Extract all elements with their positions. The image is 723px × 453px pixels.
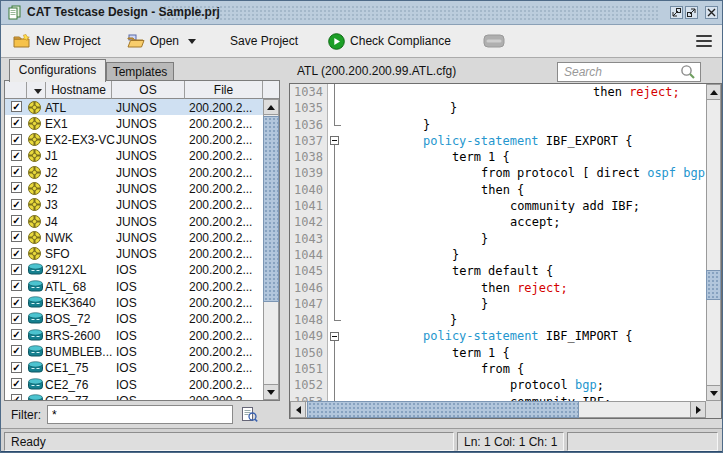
code-line[interactable]: policy-statement IBF_EXPORT {: [342, 133, 706, 149]
chevron-down-icon[interactable]: [34, 89, 42, 94]
code-line[interactable]: community add IBF;: [342, 198, 706, 214]
row-checkbox[interactable]: ✓: [11, 215, 22, 226]
row-checkbox[interactable]: ✓: [11, 362, 22, 373]
editor-vscroll[interactable]: [706, 84, 721, 401]
code-line[interactable]: term 1 {: [342, 149, 706, 165]
search-input[interactable]: [557, 62, 701, 82]
line-number: 1035: [290, 100, 327, 116]
editor-scroll-down-button[interactable]: [706, 385, 721, 401]
fold-collapse-icon[interactable]: [328, 328, 342, 344]
table-row[interactable]: ✓SFOJUNOS200.200.2...: [5, 246, 263, 262]
code-line[interactable]: accept;: [342, 214, 706, 230]
row-checkbox[interactable]: ✓: [11, 101, 22, 112]
save-project-button[interactable]: Save Project: [226, 31, 302, 51]
code-line[interactable]: from protocol [ direct ospf bgp: [342, 165, 706, 181]
table-row[interactable]: ✓BUMBLEB...IOS200.200.2...: [5, 343, 263, 359]
editor-hscroll-thumb[interactable]: [307, 401, 579, 418]
new-project-button[interactable]: New Project: [9, 31, 105, 52]
row-checkbox[interactable]: ✓: [11, 248, 22, 259]
line-number: 1042: [290, 214, 327, 230]
editor-scroll-left-button[interactable]: [290, 401, 306, 418]
filter-input[interactable]: [47, 405, 233, 424]
table-row[interactable]: ✓ATLJUNOS200.200.2...: [5, 99, 263, 115]
code-line[interactable]: }: [342, 247, 706, 263]
table-scroll-down-button[interactable]: [263, 384, 279, 400]
table-row[interactable]: ✓J3JUNOS200.200.2...: [5, 197, 263, 213]
open-button[interactable]: Open: [123, 31, 200, 51]
row-checkbox[interactable]: ✓: [11, 166, 22, 177]
row-checkbox[interactable]: ✓: [11, 378, 22, 389]
tab-configurations[interactable]: Configurations: [9, 59, 106, 82]
code-area[interactable]: then reject;}}policy-statement IBF_EXPOR…: [342, 84, 706, 401]
row-checkbox[interactable]: ✓: [11, 117, 22, 128]
open-dropdown-icon[interactable]: [188, 39, 196, 44]
editor-vscroll-thumb[interactable]: [706, 270, 721, 300]
row-checkbox[interactable]: ✓: [11, 231, 22, 242]
fold-collapse-icon[interactable]: [328, 133, 342, 149]
table-row[interactable]: ✓J4JUNOS200.200.2...: [5, 213, 263, 229]
code-line[interactable]: term 1 {: [342, 345, 706, 361]
line-number: 1040: [290, 182, 327, 198]
table-row[interactable]: ✓J1JUNOS200.200.2...: [5, 148, 263, 164]
row-checkbox[interactable]: ✓: [11, 264, 22, 275]
table-row[interactable]: ✓EX1JUNOS200.200.2...: [5, 115, 263, 131]
tab-templates[interactable]: Templates: [106, 62, 174, 81]
row-checkbox[interactable]: ✓: [11, 345, 22, 356]
row-checkbox[interactable]: ✓: [11, 182, 22, 193]
table-row[interactable]: ✓CE1_75IOS200.200.2...: [5, 360, 263, 376]
col-icon-header[interactable]: [27, 81, 46, 99]
file-cell: 200.200.2...: [189, 263, 252, 277]
code-line[interactable]: then reject;: [342, 280, 706, 296]
code-line[interactable]: }: [342, 100, 706, 116]
table-row[interactable]: ✓BOS_72IOS200.200.2...: [5, 311, 263, 327]
menu-button[interactable]: [696, 32, 712, 50]
col-file-header[interactable]: File: [185, 81, 263, 99]
col-hostname-header[interactable]: Hostname: [46, 81, 112, 99]
title-bar[interactable]: CAT Testcase Design - Sample.prj: [1, 1, 722, 25]
row-checkbox[interactable]: ✓: [11, 134, 22, 145]
row-checkbox[interactable]: ✓: [11, 329, 22, 340]
code-line[interactable]: protocol bgp;: [342, 377, 706, 393]
iconify-button[interactable]: [670, 6, 683, 19]
code-line[interactable]: term default {: [342, 263, 706, 279]
close-button[interactable]: [705, 6, 718, 19]
table-vscroll-thumb[interactable]: [263, 116, 279, 302]
row-checkbox[interactable]: ✓: [11, 297, 22, 308]
code-line[interactable]: then reject;: [342, 84, 706, 100]
editor-scroll-up-button[interactable]: [706, 84, 721, 100]
code-line[interactable]: then {: [342, 182, 706, 198]
table-row[interactable]: ✓CE2_76IOS200.200.2...: [5, 376, 263, 392]
code-line[interactable]: community IBF;: [342, 394, 706, 401]
editor-hscroll[interactable]: [290, 401, 706, 418]
row-checkbox[interactable]: ✓: [11, 394, 22, 400]
row-checkbox[interactable]: ✓: [11, 280, 22, 291]
table-row[interactable]: ✓NWKJUNOS200.200.2...: [5, 229, 263, 245]
table-row[interactable]: ✓2912XLIOS200.200.2...: [5, 262, 263, 278]
table-scroll-up-button[interactable]: [263, 99, 279, 115]
row-checkbox[interactable]: ✓: [11, 150, 22, 161]
table-row[interactable]: ✓EX2-EX3-VCJUNOS200.200.2...: [5, 132, 263, 148]
code-line[interactable]: }: [342, 231, 706, 247]
code-line[interactable]: from {: [342, 361, 706, 377]
table-vscroll[interactable]: [263, 99, 279, 400]
code-line[interactable]: policy-statement IBF_IMPORT {: [342, 328, 706, 344]
table-row[interactable]: ✓ATL_68IOS200.200.2...: [5, 278, 263, 294]
row-checkbox[interactable]: ✓: [11, 313, 22, 324]
filter-apply-button[interactable]: [240, 405, 260, 424]
code-fold-column[interactable]: [328, 84, 342, 401]
col-os-header[interactable]: OS: [112, 81, 185, 99]
table-row[interactable]: ✓CE3_77IOS200.200.2...: [5, 392, 263, 400]
code-line[interactable]: }: [342, 296, 706, 312]
row-checkbox[interactable]: ✓: [11, 199, 22, 210]
maximize-button[interactable]: [685, 6, 698, 19]
junos-device-icon: [28, 101, 41, 117]
table-row[interactable]: ✓BEK3640IOS200.200.2...: [5, 295, 263, 311]
editor-scroll-right-button[interactable]: [690, 401, 706, 418]
col-checkbox-header[interactable]: [5, 81, 27, 99]
table-row[interactable]: ✓J2JUNOS200.200.2...: [5, 164, 263, 180]
table-row[interactable]: ✓BRS-2600IOS200.200.2...: [5, 327, 263, 343]
table-row[interactable]: ✓J2JUNOS200.200.2...: [5, 180, 263, 196]
check-compliance-button[interactable]: Check Compliance: [324, 30, 455, 53]
code-line[interactable]: }: [342, 117, 706, 133]
code-line[interactable]: }: [342, 312, 706, 328]
